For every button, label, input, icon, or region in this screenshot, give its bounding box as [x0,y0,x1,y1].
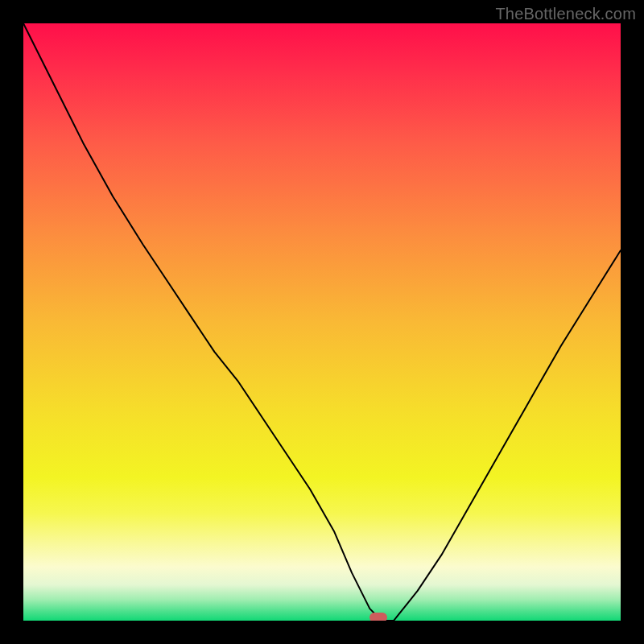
curve-overlay [23,23,621,621]
chart-frame: TheBottleneck.com [0,0,644,644]
plot-area [23,23,621,621]
optimal-point-marker [369,613,387,621]
attribution-label: TheBottleneck.com [495,5,636,23]
bottleneck-curve [23,23,621,621]
